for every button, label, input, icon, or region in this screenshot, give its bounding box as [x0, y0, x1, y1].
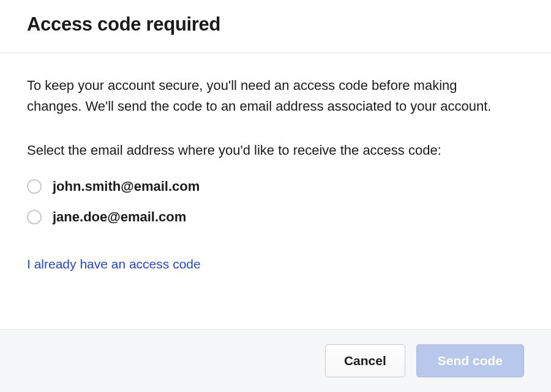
select-prompt: Select the email address where you'd lik…: [27, 140, 524, 160]
send-code-button[interactable]: Send code: [416, 344, 524, 377]
radio-icon: [27, 179, 42, 194]
already-have-code-link[interactable]: I already have an access code: [27, 257, 201, 272]
email-radio-label: jane.doe@email.com: [53, 209, 186, 225]
dialog-body: To keep your account secure, you'll need…: [0, 53, 551, 329]
dialog-title: Access code required: [27, 13, 524, 35]
radio-icon: [27, 210, 42, 224]
email-radio-option[interactable]: john.smith@email.com: [27, 174, 524, 199]
email-radio-option[interactable]: jane.doe@email.com: [27, 204, 524, 230]
email-radio-group: john.smith@email.com jane.doe@email.com: [27, 174, 524, 230]
cancel-button[interactable]: Cancel: [325, 344, 405, 377]
dialog-header: Access code required: [0, 0, 551, 53]
access-code-dialog: Access code required To keep your accoun…: [0, 0, 551, 392]
email-radio-label: john.smith@email.com: [53, 179, 200, 194]
intro-text: To keep your account secure, you'll need…: [27, 75, 504, 117]
dialog-footer: Cancel Send code: [0, 329, 551, 392]
